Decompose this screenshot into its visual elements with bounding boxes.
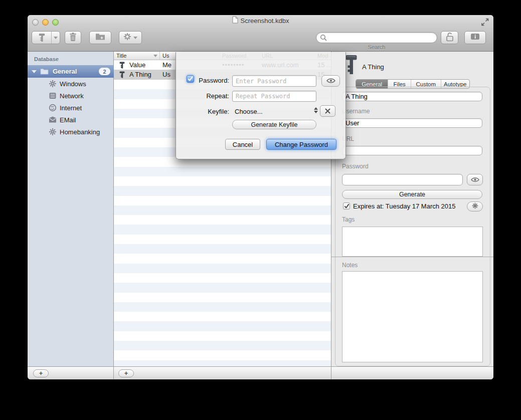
open-padlock-icon xyxy=(445,32,454,44)
search-field[interactable] xyxy=(316,32,437,43)
change-password-dialog: Password: Repeat: Keyfile: Choose... Gen… xyxy=(176,52,346,159)
x-icon xyxy=(325,107,330,116)
sidebar-item-label: Network xyxy=(60,92,84,100)
server-icon xyxy=(49,92,57,100)
key-icon xyxy=(119,62,125,70)
cell-username: Me xyxy=(162,61,171,69)
username-label: Username xyxy=(342,108,370,115)
generate-keyfile-button[interactable]: Generate Keyfile xyxy=(232,120,316,129)
cell-username: Us xyxy=(162,71,170,78)
envelope-icon xyxy=(49,116,57,124)
app-window: Screenshot.kdbx Add Entry Del xyxy=(28,15,493,379)
zoom-button[interactable] xyxy=(52,19,59,26)
key-icon xyxy=(345,55,358,77)
add-group-button[interactable]: Add Group xyxy=(89,31,111,44)
table-footer: + xyxy=(114,366,331,379)
trash-icon xyxy=(69,32,77,43)
clear-keyfile-button[interactable] xyxy=(320,105,335,117)
notes-field[interactable] xyxy=(342,271,483,362)
sidebar-item-label: Windows xyxy=(60,80,86,88)
url-field[interactable] xyxy=(342,146,482,155)
key-icon xyxy=(119,71,125,80)
reveal-password-button[interactable] xyxy=(321,75,340,87)
repeat-input[interactable] xyxy=(232,91,316,102)
search-label: Search xyxy=(316,44,437,50)
search-icon xyxy=(320,34,327,44)
password-label: Password xyxy=(342,163,369,170)
add-entry-dropdown[interactable] xyxy=(51,32,60,44)
folder-plus-icon xyxy=(95,33,105,43)
keyfile-label: Keyfile: xyxy=(193,108,229,115)
sidebar-footer: + xyxy=(28,366,114,379)
sidebar-item-network[interactable]: Network xyxy=(28,90,114,102)
sort-triangle-down-icon xyxy=(153,55,157,57)
gear-icon xyxy=(49,80,57,88)
eye-icon xyxy=(326,77,335,86)
disclosure-triangle-icon[interactable] xyxy=(32,70,37,73)
gear-icon xyxy=(123,33,131,43)
tags-label: Tags xyxy=(342,216,355,223)
tags-field[interactable] xyxy=(342,227,483,257)
sidebar-item-general[interactable]: General 2 xyxy=(28,65,114,78)
inspector-panel: A Thing General Files Custom Autotype Us… xyxy=(331,52,493,379)
notes-label: Notes xyxy=(342,262,358,269)
delete-button[interactable]: Delete xyxy=(65,31,81,44)
sidebar-item-email[interactable]: EMail xyxy=(28,114,114,126)
sidebar-item-label: EMail xyxy=(60,116,76,124)
window-title: Screenshot.kdbx xyxy=(241,17,289,25)
gear-icon xyxy=(472,202,478,211)
sidebar-item-label: Internet xyxy=(60,104,82,112)
repeat-label: Repeat: xyxy=(193,92,229,100)
globe-icon xyxy=(49,104,57,112)
sidebar-item-label: General xyxy=(53,68,77,75)
column-header-username[interactable]: Us xyxy=(162,53,169,59)
generate-password-button[interactable]: Generate xyxy=(342,190,482,199)
sidebar-item-internet[interactable]: Internet xyxy=(28,102,114,114)
add-group-footer-button[interactable]: + xyxy=(33,369,49,377)
eye-icon xyxy=(471,175,479,184)
sidebar-item-label: Homebanking xyxy=(60,128,100,136)
sidebar: Database General 2 Windows Network xyxy=(28,52,114,366)
expires-label[interactable]: Expires at: Tuesday 17 March 2015 xyxy=(353,202,456,210)
cell-title: Value xyxy=(129,61,145,69)
lock-button[interactable]: Lock xyxy=(441,31,458,44)
change-password-button[interactable]: Change Password xyxy=(266,139,336,150)
column-divider[interactable] xyxy=(159,52,160,60)
section-divider xyxy=(331,257,493,257)
action-button[interactable]: Action xyxy=(119,31,142,44)
cell-title: A Thing xyxy=(129,71,151,78)
sidebar-item-homebanking[interactable]: Homebanking xyxy=(28,126,114,138)
count-badge: 2 xyxy=(99,68,110,75)
password-label: Password: xyxy=(193,77,229,84)
expires-checkbox[interactable] xyxy=(343,202,350,209)
add-entry-button[interactable]: Add Entry xyxy=(32,31,60,44)
password-field[interactable] xyxy=(342,174,463,185)
sidebar-item-windows[interactable]: Windows xyxy=(28,78,114,90)
folder-icon xyxy=(40,68,49,75)
add-entry-footer-button[interactable]: + xyxy=(118,369,134,377)
entry-title: A Thing xyxy=(362,63,384,71)
keyfile-popup[interactable]: Choose... xyxy=(235,108,263,115)
cancel-button[interactable]: Cancel xyxy=(225,139,260,150)
column-header-title[interactable]: Title xyxy=(116,53,126,59)
close-button[interactable] xyxy=(32,19,39,26)
info-icon xyxy=(470,33,480,42)
sidebar-section-header: Database xyxy=(34,56,59,62)
reveal-password-button[interactable] xyxy=(467,174,483,185)
password-input[interactable] xyxy=(232,75,316,87)
window-header: Screenshot.kdbx Add Entry Del xyxy=(28,15,493,52)
username-field[interactable] xyxy=(342,118,482,128)
action-dropdown-caret xyxy=(133,37,137,39)
inspector-footer xyxy=(331,366,493,379)
document-icon xyxy=(232,16,238,26)
titlebar[interactable]: Screenshot.kdbx xyxy=(28,15,493,27)
title-field[interactable] xyxy=(342,92,482,101)
keyfile-stepper[interactable] xyxy=(314,107,318,113)
inspector-button[interactable]: Inspector xyxy=(464,31,486,44)
fullscreen-icon[interactable] xyxy=(481,18,489,26)
key-icon xyxy=(32,33,51,42)
gear-icon xyxy=(49,128,57,136)
search-input[interactable] xyxy=(329,33,432,42)
expires-options-button[interactable] xyxy=(467,201,483,212)
minimize-button[interactable] xyxy=(42,19,49,26)
